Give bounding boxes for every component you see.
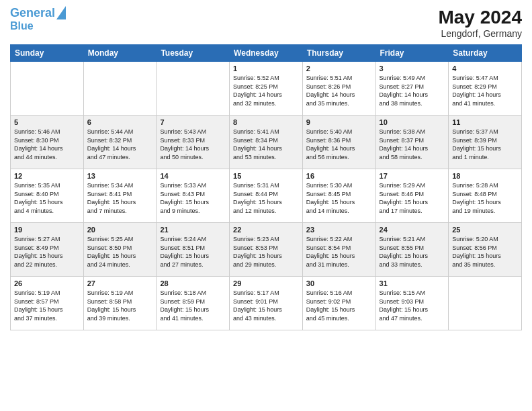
day-number: 26 — [14, 279, 80, 287]
table-row: 2Sunrise: 5:51 AM Sunset: 8:26 PM Daylig… — [302, 62, 375, 116]
col-thursday: Thursday — [302, 45, 375, 62]
table-row — [11, 62, 84, 116]
day-info: Sunrise: 5:18 AM Sunset: 8:59 PM Dayligh… — [160, 289, 226, 322]
day-info: Sunrise: 5:41 AM Sunset: 8:34 PM Dayligh… — [233, 128, 299, 161]
day-number: 5 — [14, 118, 80, 126]
day-number: 18 — [452, 172, 518, 180]
table-row — [83, 62, 157, 116]
day-number: 13 — [87, 172, 153, 180]
table-row: 4Sunrise: 5:47 AM Sunset: 8:29 PM Daylig… — [449, 62, 522, 116]
calendar-header-row: Sunday Monday Tuesday Wednesday Thursday… — [11, 45, 522, 62]
table-row: 30Sunrise: 5:16 AM Sunset: 9:02 PM Dayli… — [302, 277, 375, 330]
day-info: Sunrise: 5:35 AM Sunset: 8:40 PM Dayligh… — [14, 181, 80, 215]
table-row: 29Sunrise: 5:17 AM Sunset: 9:01 PM Dayli… — [230, 277, 303, 330]
col-monday: Monday — [83, 45, 157, 62]
day-info: Sunrise: 5:43 AM Sunset: 8:33 PM Dayligh… — [160, 128, 226, 161]
day-info: Sunrise: 5:28 AM Sunset: 8:48 PM Dayligh… — [452, 181, 518, 215]
day-number: 16 — [306, 172, 372, 180]
table-row: 5Sunrise: 5:46 AM Sunset: 8:30 PM Daylig… — [11, 116, 84, 169]
day-info: Sunrise: 5:44 AM Sunset: 8:32 PM Dayligh… — [87, 128, 153, 161]
day-number: 24 — [380, 226, 445, 234]
table-row: 9Sunrise: 5:40 AM Sunset: 8:36 PM Daylig… — [302, 116, 375, 169]
day-number: 17 — [380, 172, 445, 180]
day-info: Sunrise: 5:17 AM Sunset: 9:01 PM Dayligh… — [233, 289, 299, 322]
day-number: 29 — [233, 279, 299, 287]
day-number: 25 — [452, 226, 518, 234]
col-tuesday: Tuesday — [157, 45, 230, 62]
table-row: 12Sunrise: 5:35 AM Sunset: 8:40 PM Dayli… — [11, 169, 84, 223]
page: General Blue May 2024 Lengdorf, Germany … — [0, 0, 532, 411]
calendar-week-row: 12Sunrise: 5:35 AM Sunset: 8:40 PM Dayli… — [11, 169, 522, 223]
table-row: 19Sunrise: 5:27 AM Sunset: 8:49 PM Dayli… — [11, 223, 84, 277]
day-info: Sunrise: 5:21 AM Sunset: 8:55 PM Dayligh… — [380, 235, 445, 269]
day-info: Sunrise: 5:23 AM Sunset: 8:53 PM Dayligh… — [233, 235, 299, 269]
day-number: 11 — [452, 118, 518, 126]
day-info: Sunrise: 5:47 AM Sunset: 8:29 PM Dayligh… — [452, 74, 518, 107]
logo-text: General — [10, 7, 55, 20]
logo: General Blue — [10, 7, 66, 32]
day-number: 19 — [14, 226, 80, 234]
day-info: Sunrise: 5:16 AM Sunset: 9:02 PM Dayligh… — [306, 289, 372, 322]
day-info: Sunrise: 5:25 AM Sunset: 8:50 PM Dayligh… — [87, 235, 153, 269]
table-row: 20Sunrise: 5:25 AM Sunset: 8:50 PM Dayli… — [83, 223, 157, 277]
day-info: Sunrise: 5:19 AM Sunset: 8:57 PM Dayligh… — [14, 289, 80, 322]
day-number: 9 — [306, 118, 372, 126]
table-row: 7Sunrise: 5:43 AM Sunset: 8:33 PM Daylig… — [157, 116, 230, 169]
day-number: 31 — [380, 279, 445, 287]
month-year-title: May 2024 — [438, 7, 522, 28]
table-row: 18Sunrise: 5:28 AM Sunset: 8:48 PM Dayli… — [449, 169, 522, 223]
day-number: 1 — [233, 64, 299, 73]
day-info: Sunrise: 5:52 AM Sunset: 8:25 PM Dayligh… — [233, 74, 299, 107]
day-number: 3 — [380, 64, 445, 73]
day-info: Sunrise: 5:22 AM Sunset: 8:54 PM Dayligh… — [306, 235, 372, 269]
col-saturday: Saturday — [449, 45, 522, 62]
day-number: 4 — [452, 64, 518, 73]
table-row: 26Sunrise: 5:19 AM Sunset: 8:57 PM Dayli… — [11, 277, 84, 330]
table-row: 10Sunrise: 5:38 AM Sunset: 8:37 PM Dayli… — [375, 116, 449, 169]
day-number: 30 — [306, 279, 372, 287]
day-number: 10 — [380, 118, 445, 126]
logo-triangle-icon — [56, 6, 66, 19]
location-label: Lengdorf, Germany — [438, 28, 522, 39]
table-row: 14Sunrise: 5:33 AM Sunset: 8:43 PM Dayli… — [157, 169, 230, 223]
day-number: 6 — [87, 118, 153, 126]
day-number: 28 — [160, 279, 226, 287]
day-number: 20 — [87, 226, 153, 234]
table-row — [449, 277, 522, 330]
day-number: 8 — [233, 118, 299, 126]
table-row: 16Sunrise: 5:30 AM Sunset: 8:45 PM Dayli… — [302, 169, 375, 223]
table-row — [157, 62, 230, 116]
table-row: 8Sunrise: 5:41 AM Sunset: 8:34 PM Daylig… — [230, 116, 303, 169]
day-info: Sunrise: 5:27 AM Sunset: 8:49 PM Dayligh… — [14, 235, 80, 269]
table-row: 3Sunrise: 5:49 AM Sunset: 8:27 PM Daylig… — [375, 62, 449, 116]
day-info: Sunrise: 5:30 AM Sunset: 8:45 PM Dayligh… — [306, 181, 372, 215]
table-row: 28Sunrise: 5:18 AM Sunset: 8:59 PM Dayli… — [157, 277, 230, 330]
day-number: 15 — [233, 172, 299, 180]
col-wednesday: Wednesday — [230, 45, 303, 62]
day-info: Sunrise: 5:37 AM Sunset: 8:39 PM Dayligh… — [452, 128, 518, 161]
day-number: 7 — [160, 118, 226, 126]
day-number: 14 — [160, 172, 226, 180]
day-info: Sunrise: 5:40 AM Sunset: 8:36 PM Dayligh… — [306, 128, 372, 161]
day-info: Sunrise: 5:31 AM Sunset: 8:44 PM Dayligh… — [233, 181, 299, 215]
table-row: 25Sunrise: 5:20 AM Sunset: 8:56 PM Dayli… — [449, 223, 522, 277]
logo-subtext: Blue — [10, 20, 34, 32]
calendar-week-row: 5Sunrise: 5:46 AM Sunset: 8:30 PM Daylig… — [11, 116, 522, 169]
table-row: 11Sunrise: 5:37 AM Sunset: 8:39 PM Dayli… — [449, 116, 522, 169]
day-info: Sunrise: 5:20 AM Sunset: 8:56 PM Dayligh… — [452, 235, 518, 269]
table-row: 22Sunrise: 5:23 AM Sunset: 8:53 PM Dayli… — [230, 223, 303, 277]
table-row: 6Sunrise: 5:44 AM Sunset: 8:32 PM Daylig… — [83, 116, 157, 169]
day-info: Sunrise: 5:38 AM Sunset: 8:37 PM Dayligh… — [380, 128, 445, 161]
day-info: Sunrise: 5:29 AM Sunset: 8:46 PM Dayligh… — [380, 181, 445, 215]
day-info: Sunrise: 5:33 AM Sunset: 8:43 PM Dayligh… — [160, 181, 226, 215]
col-friday: Friday — [375, 45, 449, 62]
day-number: 23 — [306, 226, 372, 234]
day-number: 2 — [306, 64, 372, 73]
calendar-week-row: 19Sunrise: 5:27 AM Sunset: 8:49 PM Dayli… — [11, 223, 522, 277]
day-info: Sunrise: 5:34 AM Sunset: 8:41 PM Dayligh… — [87, 181, 153, 215]
table-row: 1Sunrise: 5:52 AM Sunset: 8:25 PM Daylig… — [230, 62, 303, 116]
header: General Blue May 2024 Lengdorf, Germany — [10, 7, 522, 39]
table-row: 21Sunrise: 5:24 AM Sunset: 8:51 PM Dayli… — [157, 223, 230, 277]
day-info: Sunrise: 5:49 AM Sunset: 8:27 PM Dayligh… — [380, 74, 445, 107]
day-info: Sunrise: 5:24 AM Sunset: 8:51 PM Dayligh… — [160, 235, 226, 269]
